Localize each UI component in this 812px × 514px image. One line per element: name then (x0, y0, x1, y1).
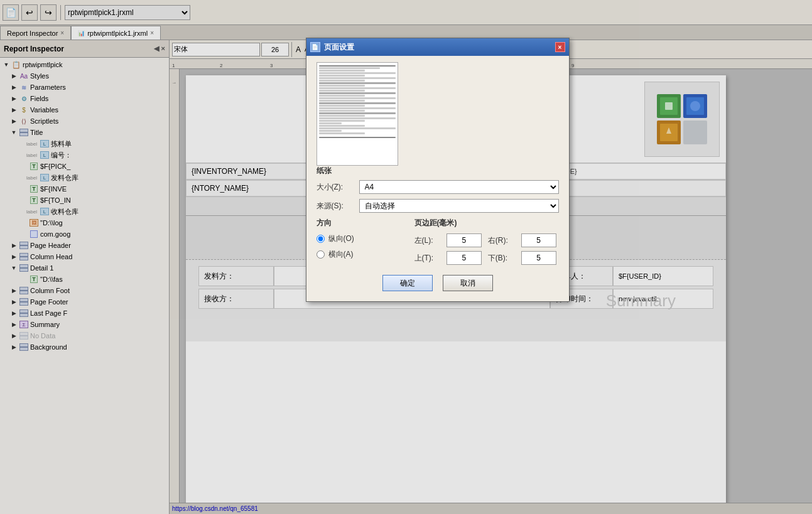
margins-section: 页边距(毫米) 左(L): 右(R): 上(T): 下(B): (414, 218, 559, 265)
top-margin-input[interactable] (447, 251, 482, 265)
landscape-radio[interactable] (317, 250, 325, 259)
modal-overlay: 📄 页面设置 × (0, 0, 812, 514)
modal-body: 纸张 大小(Z): A4 A3 Letter Legal 来源(S): 自动选择… (306, 56, 569, 301)
top-margin-label: 上(T): (414, 253, 443, 264)
source-select[interactable]: 自动选择 手动送纸 (359, 199, 559, 213)
landscape-label: 横向(A) (328, 249, 354, 260)
orientation-group: 纵向(O) 横向(A) (317, 233, 404, 260)
size-select[interactable]: A4 A3 Letter Legal (359, 180, 559, 194)
portrait-label: 纵向(O) (328, 233, 354, 244)
margins-title: 页边距(毫米) (414, 218, 559, 228)
modal-buttons: 确定 取消 (317, 275, 559, 291)
portrait-radio[interactable] (317, 235, 325, 243)
left-margin-label: 左(L): (414, 235, 443, 246)
right-margin-input[interactable] (521, 233, 556, 247)
bottom-margin-input[interactable] (521, 251, 556, 265)
left-margin-input[interactable] (447, 233, 482, 247)
orientation-title: 方向 (317, 218, 404, 228)
modal-close-button[interactable]: × (555, 42, 565, 52)
modal-title-icon: 📄 (310, 42, 320, 52)
paper-source-row: 来源(S): 自动选择 手动送纸 (317, 199, 559, 213)
source-label: 来源(S): (317, 201, 354, 211)
page-preview-thumbnail (317, 62, 398, 166)
orientation-section: 方向 纵向(O) 横向(A) (317, 218, 404, 265)
confirm-button[interactable]: 确定 (382, 275, 433, 291)
paper-size-row: 大小(Z): A4 A3 Letter Legal (317, 180, 559, 194)
cancel-button[interactable]: 取消 (443, 275, 493, 291)
modal-title-text: 页面设置 (324, 42, 354, 53)
portrait-option[interactable]: 纵向(O) (317, 233, 404, 244)
modal-titlebar: 📄 页面设置 × (306, 38, 569, 56)
landscape-option[interactable]: 横向(A) (317, 249, 404, 260)
bottom-margin-label: 下(B): (488, 253, 517, 264)
page-setup-dialog: 📄 页面设置 × (306, 38, 570, 302)
margins-grid: 左(L): 右(R): 上(T): 下(B): (414, 233, 559, 265)
right-margin-label: 右(R): (488, 235, 517, 246)
orientation-margins-row: 方向 纵向(O) 横向(A) 页边距(毫米) (317, 218, 559, 265)
paper-section-header: 纸张 (317, 166, 559, 176)
size-label: 大小(Z): (317, 182, 354, 193)
